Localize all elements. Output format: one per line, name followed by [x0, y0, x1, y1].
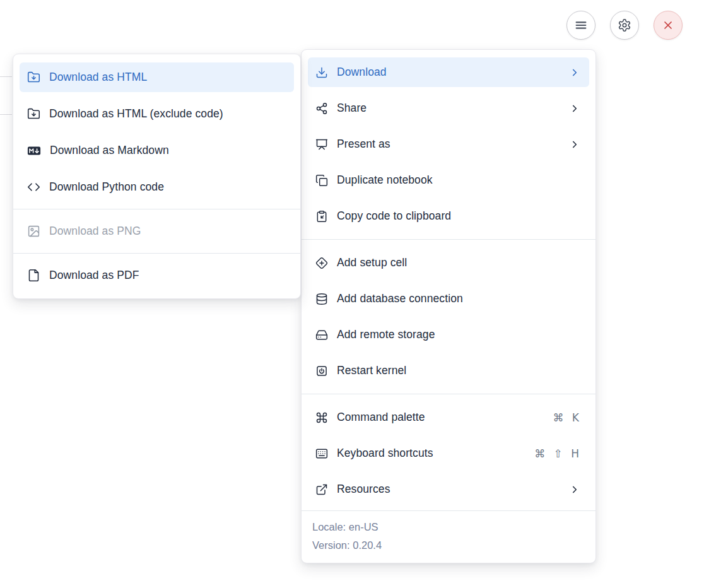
code-icon	[27, 180, 40, 194]
menu-separator	[302, 239, 595, 240]
gear-icon	[618, 18, 631, 32]
command-icon	[315, 411, 328, 424]
settings-button[interactable]	[610, 11, 639, 40]
submenu-item-download-html-exclude-code[interactable]: Download as HTML (exclude code)	[20, 99, 294, 129]
menu-separator	[302, 394, 595, 394]
hamburger-icon	[574, 18, 588, 32]
submenu-item-download-python[interactable]: Download Python code	[20, 172, 294, 202]
database-icon	[315, 293, 328, 305]
chevron-right-icon	[569, 103, 580, 114]
menu-item-add-database-connection[interactable]: Add database connection	[308, 284, 589, 314]
menu-item-copy-code[interactable]: Copy code to clipboard	[308, 201, 589, 231]
submenu-item-label: Download as PNG	[49, 225, 286, 238]
menu-item-label: Keyboard shortcuts	[337, 447, 525, 460]
chevron-right-icon	[569, 139, 580, 150]
menu-item-present-as[interactable]: Present as	[308, 129, 589, 159]
menu-item-label: Command palette	[337, 411, 544, 424]
menu-item-label: Copy code to clipboard	[337, 209, 582, 223]
menu-item-label: Add setup cell	[337, 256, 582, 269]
submenu-item-label: Download as Markdown	[50, 144, 286, 157]
submenu-item-download-markdown[interactable]: Download as Markdown	[20, 136, 294, 165]
close-notebook-button[interactable]	[654, 11, 683, 40]
power-icon	[315, 365, 328, 377]
menu-item-label: Resources	[337, 483, 560, 496]
menu-item-label: Add database connection	[337, 292, 582, 305]
notebook-menu: Download Share Present as Duplicate note…	[301, 49, 596, 563]
menu-footer: Locale: en-US Version: 0.20.4	[302, 510, 595, 563]
shortcut-hint: ⌘ K	[553, 411, 582, 424]
submenu-item-download-html[interactable]: Download as HTML	[20, 62, 294, 92]
version-text: Version: 0.20.4	[312, 536, 585, 555]
menu-item-command-palette[interactable]: Command palette ⌘ K	[308, 403, 589, 432]
menu-item-label: Download	[337, 66, 560, 79]
image-icon	[27, 225, 40, 238]
menu-item-label: Add remote storage	[337, 328, 582, 341]
menu-item-keyboard-shortcuts[interactable]: Keyboard shortcuts ⌘ ⇧ H	[308, 438, 589, 468]
menu-item-label: Duplicate notebook	[337, 173, 582, 187]
keyboard-icon	[315, 447, 328, 460]
download-submenu: Download as HTML Download as HTML (exclu…	[13, 54, 301, 299]
shortcut-hint: ⌘ ⇧ H	[534, 447, 582, 460]
markdown-download-icon	[27, 144, 41, 158]
hard-drive-icon	[315, 329, 328, 341]
copy-icon	[315, 174, 328, 187]
page-edge-line	[0, 114, 12, 115]
close-icon	[662, 19, 674, 32]
page-edge-line	[0, 76, 12, 77]
submenu-separator	[13, 209, 300, 209]
submenu-item-label: Download as HTML (exclude code)	[49, 107, 286, 121]
menu-item-share[interactable]: Share	[308, 93, 589, 123]
app-stage: Download Share Present as Duplicate note…	[0, 0, 704, 588]
clipboard-copy-icon	[315, 210, 328, 223]
external-link-icon	[315, 483, 328, 496]
folder-down-icon	[27, 71, 40, 84]
notebook-menu-button[interactable]	[566, 11, 595, 40]
presentation-icon	[315, 138, 328, 151]
submenu-item-download-pdf[interactable]: Download as PDF	[20, 261, 294, 290]
folder-down-icon	[27, 107, 40, 121]
chevron-right-icon	[569, 67, 580, 78]
submenu-item-label: Download Python code	[49, 180, 286, 194]
submenu-item-download-png[interactable]: Download as PNG	[20, 216, 294, 246]
file-icon	[27, 269, 40, 282]
menu-item-resources[interactable]: Resources	[308, 474, 589, 504]
submenu-item-label: Download as HTML	[49, 71, 286, 84]
menu-item-add-setup-cell[interactable]: Add setup cell	[308, 248, 589, 278]
submenu-separator	[13, 253, 300, 254]
locale-text: Locale: en-US	[312, 518, 585, 536]
menu-item-label: Share	[337, 102, 560, 115]
menu-item-download[interactable]: Download	[308, 57, 589, 87]
submenu-item-label: Download as PDF	[49, 269, 286, 282]
diamond-plus-icon	[315, 257, 328, 269]
chevron-right-icon	[569, 484, 580, 495]
menu-item-duplicate-notebook[interactable]: Duplicate notebook	[308, 165, 589, 195]
share-icon	[315, 102, 328, 115]
menu-item-add-remote-storage[interactable]: Add remote storage	[308, 320, 589, 350]
menu-item-restart-kernel[interactable]: Restart kernel	[308, 356, 589, 385]
download-icon	[315, 66, 328, 79]
menu-item-label: Present as	[337, 138, 560, 151]
menu-item-label: Restart kernel	[337, 364, 582, 377]
